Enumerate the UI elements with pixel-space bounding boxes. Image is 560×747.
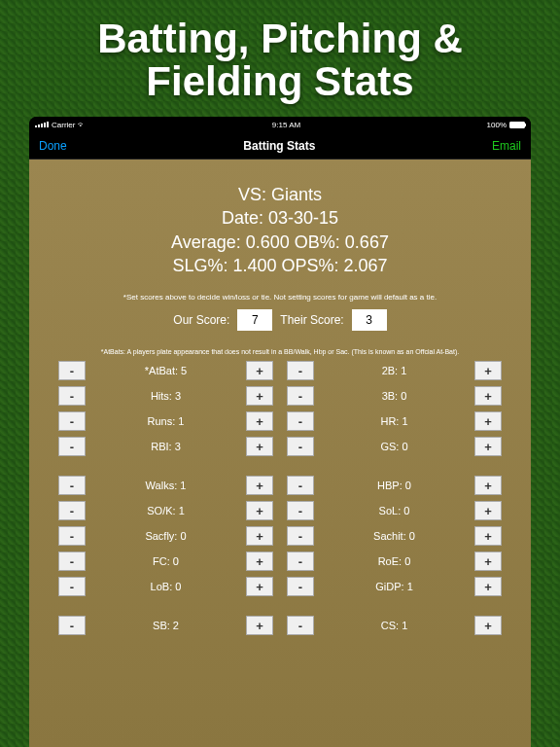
- device-frame: Carrier ᯤ 9:15 AM 100% Done Batting Stat…: [29, 117, 531, 747]
- stat-cell: -RBI: 3+: [58, 437, 273, 456]
- plus-button[interactable]: +: [246, 551, 273, 571]
- plus-button[interactable]: +: [246, 437, 273, 456]
- vs-label: VS: Giants: [39, 183, 521, 206]
- stat-row: -*AtBat: 5+-2B: 1+: [58, 361, 502, 380]
- stat-cell: -SoL: 0+: [287, 501, 502, 520]
- avg-label: Average: 0.600 OB%: 0.667: [39, 231, 521, 254]
- plus-button[interactable]: +: [474, 437, 502, 456]
- stat-label: GiDP: 1: [314, 581, 474, 592]
- minus-button[interactable]: -: [287, 411, 314, 431]
- plus-button[interactable]: +: [246, 411, 273, 431]
- minus-button[interactable]: -: [287, 361, 314, 380]
- minus-button[interactable]: -: [58, 476, 86, 495]
- stat-label: FC: 0: [86, 555, 246, 567]
- plus-button[interactable]: +: [474, 386, 502, 406]
- stat-label: 3B: 0: [314, 390, 474, 402]
- signal-icon: [35, 122, 49, 127]
- hero-title: Batting, Pitching & Fielding Stats: [0, 0, 560, 115]
- content-area: VS: Giants Date: 03-30-15 Average: 0.600…: [29, 160, 531, 747]
- stat-label: Sachit: 0: [314, 530, 474, 542]
- wifi-icon: ᯤ: [78, 121, 86, 129]
- stat-cell: -SO/K: 1+: [58, 501, 273, 520]
- minus-button[interactable]: -: [287, 501, 314, 520]
- minus-button[interactable]: -: [287, 551, 314, 571]
- score-note: *Set scores above to decide win/loss or …: [39, 293, 521, 302]
- stat-label: HR: 1: [314, 415, 474, 427]
- stat-label: SB: 2: [86, 620, 246, 631]
- stat-cell: -HBP: 0+: [287, 476, 502, 495]
- stat-cell: -3B: 0+: [287, 386, 502, 406]
- stat-label: Walks: 1: [86, 480, 246, 491]
- stat-row: -SO/K: 1+-SoL: 0+: [58, 501, 502, 520]
- status-bar: Carrier ᯤ 9:15 AM 100%: [29, 117, 531, 132]
- plus-button[interactable]: +: [474, 476, 502, 495]
- stat-label: RoE: 0: [314, 555, 474, 567]
- their-score-input[interactable]: 3: [352, 309, 387, 331]
- stat-cell: -*AtBat: 5+: [58, 361, 273, 380]
- plus-button[interactable]: +: [246, 526, 273, 546]
- plus-button[interactable]: +: [246, 386, 273, 406]
- minus-button[interactable]: -: [287, 437, 314, 456]
- stat-label: SoL: 0: [314, 505, 474, 516]
- stat-row: -RBI: 3+-GS: 0+: [58, 437, 502, 456]
- stat-cell: -RoE: 0+: [287, 551, 502, 571]
- plus-button[interactable]: +: [246, 501, 273, 520]
- minus-button[interactable]: -: [287, 616, 314, 635]
- stat-label: Runs: 1: [86, 415, 246, 427]
- stat-cell: -LoB: 0+: [58, 577, 273, 596]
- stat-row: -LoB: 0+-GiDP: 1+: [58, 577, 502, 596]
- minus-button[interactable]: -: [58, 361, 86, 380]
- plus-button[interactable]: +: [246, 476, 273, 495]
- minus-button[interactable]: -: [58, 577, 86, 596]
- email-button[interactable]: Email: [492, 139, 521, 153]
- stat-label: RBI: 3: [86, 441, 246, 452]
- stat-label: Hits: 3: [86, 390, 246, 402]
- stat-label: 2B: 1: [314, 365, 474, 376]
- carrier-label: Carrier: [52, 121, 75, 129]
- stat-cell: -Runs: 1+: [58, 411, 273, 431]
- stat-label: LoB: 0: [86, 581, 246, 592]
- plus-button[interactable]: +: [474, 551, 502, 571]
- minus-button[interactable]: -: [287, 577, 314, 596]
- plus-button[interactable]: +: [474, 577, 502, 596]
- hero-line1: Batting, Pitching &: [0, 18, 560, 60]
- stat-cell: -Sachit: 0+: [287, 526, 502, 546]
- minus-button[interactable]: -: [58, 551, 86, 571]
- battery-pct: 100%: [487, 121, 507, 129]
- minus-button[interactable]: -: [58, 501, 86, 520]
- plus-button[interactable]: +: [246, 616, 273, 635]
- stat-label: GS: 0: [314, 441, 474, 452]
- score-row: Our Score: 7 Their Score: 3: [39, 309, 521, 331]
- minus-button[interactable]: -: [58, 616, 86, 635]
- atbats-note: *AtBats: A players plate appearance that…: [39, 348, 521, 355]
- plus-button[interactable]: +: [474, 526, 502, 546]
- stat-cell: -SB: 2+: [58, 616, 273, 635]
- stat-row: -Walks: 1+-HBP: 0+: [58, 476, 502, 495]
- plus-button[interactable]: +: [246, 577, 273, 596]
- stat-cell: -Walks: 1+: [58, 476, 273, 495]
- done-button[interactable]: Done: [39, 139, 67, 153]
- hero-line2: Fielding Stats: [0, 60, 560, 103]
- plus-button[interactable]: +: [474, 501, 502, 520]
- our-score-input[interactable]: 7: [237, 309, 272, 331]
- minus-button[interactable]: -: [58, 526, 86, 546]
- stat-cell: -2B: 1+: [287, 361, 502, 380]
- minus-button[interactable]: -: [58, 437, 86, 456]
- minus-button[interactable]: -: [58, 411, 86, 431]
- minus-button[interactable]: -: [287, 526, 314, 546]
- stat-row: -FC: 0+-RoE: 0+: [58, 551, 502, 571]
- slg-label: SLG%: 1.400 OPS%: 2.067: [39, 254, 521, 277]
- stat-cell: -Sacfly: 0+: [58, 526, 273, 546]
- stat-label: CS: 1: [314, 620, 474, 631]
- stat-cell: -GS: 0+: [287, 437, 502, 456]
- plus-button[interactable]: +: [246, 361, 273, 380]
- plus-button[interactable]: +: [474, 616, 502, 635]
- stat-label: HBP: 0: [314, 480, 474, 491]
- clock: 9:15 AM: [272, 121, 300, 129]
- plus-button[interactable]: +: [474, 411, 502, 431]
- minus-button[interactable]: -: [287, 386, 314, 406]
- minus-button[interactable]: -: [287, 476, 314, 495]
- plus-button[interactable]: +: [474, 361, 502, 380]
- stat-row: -Runs: 1+-HR: 1+: [58, 411, 502, 431]
- minus-button[interactable]: -: [58, 386, 86, 406]
